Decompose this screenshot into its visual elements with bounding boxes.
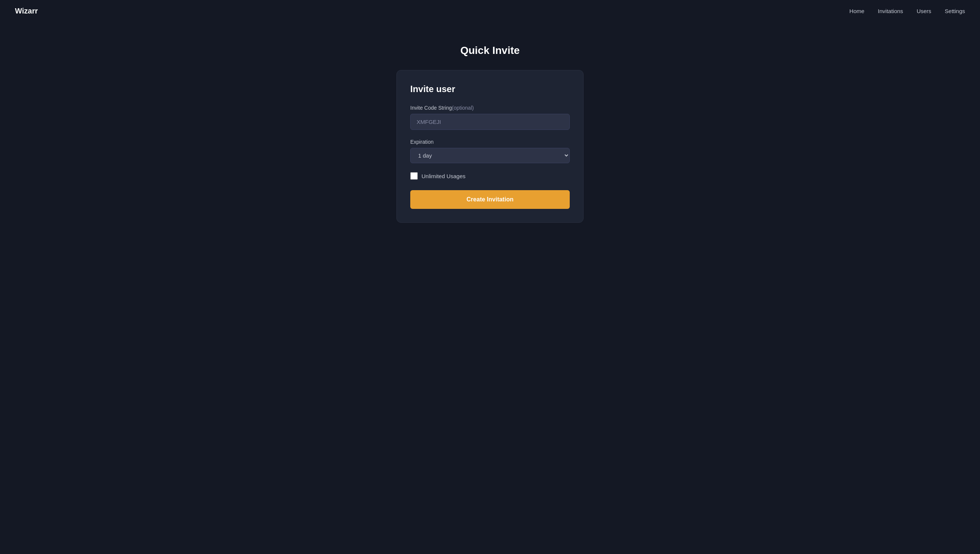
nav-settings[interactable]: Settings <box>945 8 965 14</box>
invite-code-group: Invite Code String(optional) <box>410 105 570 130</box>
unlimited-usages-label[interactable]: Unlimited Usages <box>422 173 466 179</box>
expiration-label: Expiration <box>410 139 570 145</box>
invite-code-label: Invite Code String(optional) <box>410 105 570 111</box>
create-invitation-button[interactable]: Create Invitation <box>410 190 570 209</box>
nav-invitations[interactable]: Invitations <box>878 8 903 14</box>
navbar: Wizarr Home Invitations Users Settings <box>0 0 980 22</box>
expiration-select[interactable]: 1 day 3 days 7 days Never <box>410 148 570 163</box>
invite-card: Invite user Invite Code String(optional)… <box>396 70 584 223</box>
expiration-group: Expiration 1 day 3 days 7 days Never <box>410 139 570 163</box>
page-title: Quick Invite <box>460 45 520 57</box>
nav-users[interactable]: Users <box>917 8 931 14</box>
nav-links: Home Invitations Users Settings <box>850 8 965 14</box>
invite-code-input[interactable] <box>410 114 570 130</box>
unlimited-usages-group: Unlimited Usages <box>410 172 570 180</box>
unlimited-usages-checkbox[interactable] <box>410 172 418 180</box>
nav-home[interactable]: Home <box>850 8 864 14</box>
main-content: Quick Invite Invite user Invite Code Str… <box>0 22 980 223</box>
brand-name: Wizarr <box>15 7 38 15</box>
card-title: Invite user <box>410 84 570 94</box>
